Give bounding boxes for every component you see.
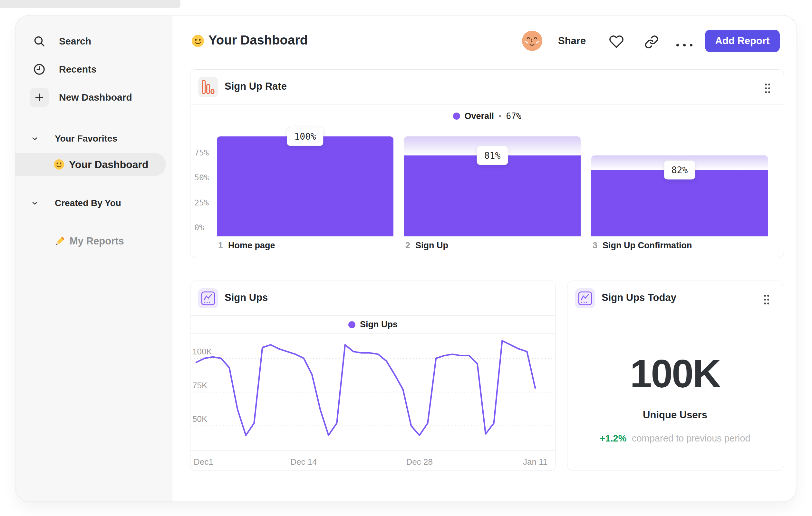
screen: Search Recents New D [0, 0, 812, 516]
funnel-bar-converted [217, 136, 394, 236]
sign-ups-series-line [196, 341, 535, 435]
step-name: Home page [228, 241, 275, 251]
sign-ups-today-card: Sign Ups Today 100K Unique Users +1.2% c… [567, 280, 783, 471]
main-content: Your Dashboard Share [172, 16, 796, 501]
line-legend: Sign Ups [191, 316, 555, 334]
funnel-chart-icon [198, 77, 218, 97]
stat-delta-row: +1.2% compared to previous period [568, 433, 783, 444]
pencil-icon [54, 235, 66, 247]
funnel-step-label: 2Sign Up [405, 241, 448, 251]
y-axis-tick: 75% [194, 148, 209, 157]
copy-link-icon[interactable] [644, 35, 659, 49]
legend-overall-value: 67% [506, 111, 521, 121]
sidebar-item-my-reports[interactable]: My Reports [16, 231, 172, 251]
page-title: Your Dashboard [208, 33, 308, 47]
y-axis-tick: 25% [194, 198, 209, 207]
share-button[interactable]: Share [558, 35, 586, 47]
funnel-step-label: 3Sign Up Confirmation [592, 241, 692, 251]
avatar[interactable] [522, 31, 542, 51]
x-axis-tick: Jan 11 [523, 457, 547, 467]
sidebar-item-label: Search [59, 36, 91, 47]
favorite-heart-icon[interactable] [609, 34, 624, 49]
sidebar-item-recents[interactable]: Recents [16, 59, 172, 80]
section-label: Created By You [55, 198, 121, 208]
sidebar-item-label: My Reports [69, 236, 124, 247]
chevron-down-icon [31, 199, 39, 207]
funnel-bar[interactable] [217, 136, 394, 236]
y-axis-tick: 0% [194, 223, 204, 232]
legend-dot [348, 321, 355, 328]
y-axis-tick: 50% [194, 173, 209, 182]
legend-series-name: Overall [465, 111, 494, 121]
x-axis-labels: Dec1Dec 14Dec 28Jan 11 [191, 451, 555, 470]
step-name: Sign Up Confirmation [603, 241, 692, 251]
funnel-bar-converted [404, 156, 581, 236]
add-report-button[interactable]: Add Report [705, 30, 780, 52]
line-chart-icon [198, 288, 218, 308]
x-axis-tick: Dec 28 [406, 457, 433, 467]
search-icon [33, 35, 46, 48]
browser-edge-artifact [0, 0, 180, 8]
sign-ups-card: Sign Ups Sign Ups 100K75K50K Dec1Dec 14D… [190, 280, 556, 471]
step-number: 3 [592, 241, 598, 251]
conversion-tooltip: 82% [664, 161, 695, 180]
sign-up-rate-card: Sign Up Rate Overall • 67% [190, 69, 784, 258]
more-options-icon[interactable] [675, 43, 694, 48]
funnel-step-label: 1Home page [218, 241, 275, 251]
card-header: Sign Ups Today [568, 281, 783, 316]
plus-icon [30, 88, 49, 107]
delta-badge: +1.2% [600, 433, 627, 443]
slightly-smiling-face-emoji [54, 159, 64, 170]
card-header: Sign Ups [191, 281, 555, 316]
sidebar-item-your-dashboard-active[interactable]: Your Dashboard [16, 153, 166, 176]
sidebar-item-label: Your Dashboard [69, 159, 149, 171]
line-chart-icon [575, 288, 595, 308]
step-number: 2 [405, 241, 410, 251]
conversion-tooltip: 81% [477, 146, 508, 165]
app-window: Search Recents New D [16, 16, 796, 501]
line-plot: 100K75K50K [191, 334, 555, 451]
card-title: Sign Ups Today [602, 292, 676, 303]
sidebar-section-created-by-you[interactable]: Created By You [16, 195, 172, 211]
sidebar: Search Recents New D [16, 16, 172, 501]
card-title: Sign Up Rate [225, 81, 287, 92]
step-name: Sign Up [415, 241, 448, 251]
sidebar-item-new-dashboard[interactable]: New Dashboard [16, 87, 172, 108]
clock-icon [33, 63, 46, 76]
step-number: 1 [218, 241, 223, 251]
drag-handle-icon[interactable] [763, 294, 771, 305]
delta-note: compared to previous period [632, 433, 750, 443]
stat-label: Unique Users [568, 409, 783, 421]
x-axis-tick: Dec1 [194, 457, 213, 467]
drag-handle-icon[interactable] [764, 83, 772, 94]
line-chart-svg [191, 334, 555, 451]
y-axis-tick: 75K [192, 381, 207, 390]
sidebar-section-your-favorites[interactable]: Your Favorites [16, 131, 172, 147]
sidebar-item-search[interactable]: Search [16, 31, 172, 52]
y-axis-tick: 100K [192, 347, 212, 357]
sidebar-item-label: Recents [59, 64, 97, 75]
funnel-legend: Overall • 67% [191, 109, 784, 123]
legend-series-name: Sign Ups [360, 320, 398, 330]
legend-dot [453, 113, 460, 120]
section-label: Your Favorites [55, 134, 117, 144]
y-axis-tick: 50K [192, 414, 207, 424]
slightly-smiling-face-emoji [192, 34, 204, 47]
chevron-down-icon [31, 135, 39, 142]
sidebar-item-label: New Dashboard [59, 92, 132, 103]
stat-value: 100K [568, 351, 783, 396]
card-header: Sign Up Rate [191, 70, 784, 105]
card-title: Sign Ups [225, 292, 268, 303]
funnel-bar-converted [591, 170, 768, 236]
x-axis-tick: Dec 14 [290, 457, 317, 467]
conversion-tooltip: 100% [287, 127, 323, 146]
